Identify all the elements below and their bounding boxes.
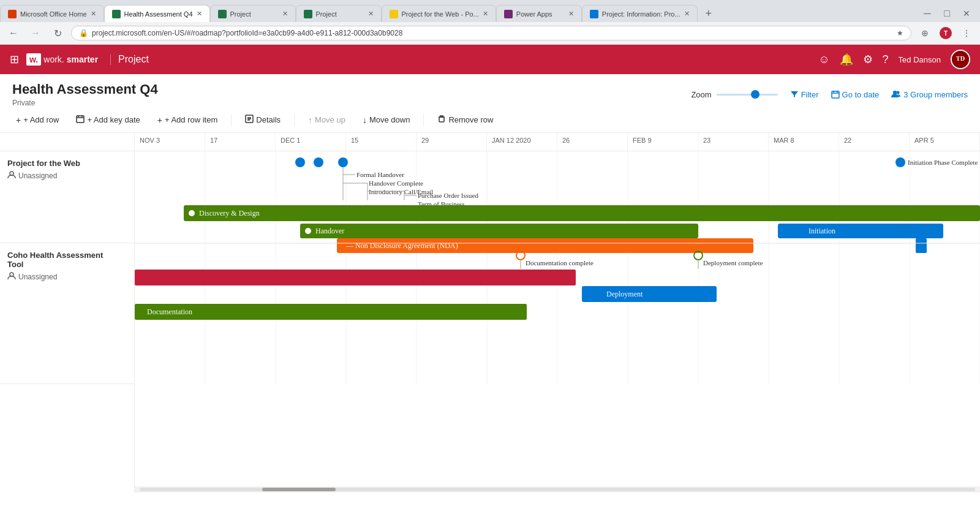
svg-text:TD: TD: [956, 55, 965, 62]
profile-button[interactable]: T: [937, 25, 954, 42]
minimize-button[interactable]: ─: [919, 5, 936, 22]
move-up-icon: ↑: [308, 115, 312, 125]
svg-text:Documentation: Documentation: [147, 308, 192, 316]
svg-text:Discovery & Design: Discovery & Design: [199, 209, 260, 217]
group-members[interactable]: 3 Group members: [891, 89, 968, 99]
close-window-button[interactable]: ✕: [958, 5, 975, 22]
svg-text:Purchase Order Issued: Purchase Order Issued: [418, 192, 478, 199]
settings-icon[interactable]: ⚙: [863, 53, 873, 66]
app-header: ⊞ w. work. smarter Project ☺ 🔔 ⚙ ? Ted D…: [0, 45, 980, 74]
svg-point-48: [189, 210, 195, 216]
add-row-icon: +: [16, 115, 21, 125]
horizontal-scrollbar[interactable]: [135, 486, 980, 493]
svg-point-18: [10, 273, 13, 276]
date-dec1: DEC 1: [276, 133, 346, 151]
tab-close-o365[interactable]: ✕: [91, 10, 96, 18]
address-bar-row: ← → ↻ 🔒 project.microsoft.com/en-US/#/ro…: [0, 22, 980, 44]
svg-rect-50: [300, 224, 698, 238]
svg-rect-70: [135, 304, 527, 320]
tab-close-project1[interactable]: ✕: [282, 10, 288, 18]
zoom-label: Zoom: [691, 90, 711, 99]
tab-close-ha[interactable]: ✕: [197, 10, 202, 18]
new-tab-button[interactable]: +: [698, 5, 720, 22]
svg-text:Handover Complete: Handover Complete: [369, 179, 423, 187]
refresh-button[interactable]: ↻: [49, 25, 66, 42]
tab-project1[interactable]: Project ✕: [210, 5, 296, 22]
zoom-control: Zoom: [691, 90, 777, 99]
date-17: 17: [205, 133, 276, 151]
svg-point-51: [305, 228, 311, 234]
filter-button[interactable]: Filter: [790, 90, 819, 99]
tab-excel[interactable]: Project ✕: [296, 5, 382, 22]
date-23: 23: [698, 133, 769, 151]
move-down-icon: ↓: [363, 115, 367, 125]
svg-text:Documentation complete: Documentation complete: [526, 259, 594, 266]
svg-text:— Non Disclosure Agreement (ND: — Non Disclosure Agreement (NDA): [345, 241, 458, 250]
tab-close-powerapps[interactable]: ✕: [568, 10, 574, 18]
details-button[interactable]: Details: [241, 112, 284, 127]
tab-close-powerbi[interactable]: ✕: [483, 10, 488, 18]
go-to-date-button[interactable]: Go to date: [831, 90, 880, 99]
date-nov3: NOV 3: [135, 133, 205, 151]
svg-text:Deployment complete: Deployment complete: [703, 259, 763, 266]
svg-point-34: [338, 157, 348, 167]
coho-name: Coho Health Assessment Tool: [7, 251, 118, 269]
extensions-button[interactable]: ⊕: [916, 25, 933, 42]
header-icons: ☺ 🔔 ⚙ ? Ted Danson TD: [818, 50, 970, 69]
tab-powerbi[interactable]: Project for the Web - Po... ✕: [382, 5, 496, 22]
help-icon[interactable]: ?: [883, 53, 889, 66]
svg-rect-16: [439, 117, 444, 122]
tab-powerapps[interactable]: Power Apps ✕: [496, 5, 582, 22]
remove-row-button[interactable]: Remove row: [434, 112, 497, 127]
details-icon: [245, 115, 254, 125]
tab-bar: Microsoft Office Home ✕ Health Assessmen…: [0, 0, 980, 22]
date-mar8: MAR 8: [769, 133, 839, 151]
user-name[interactable]: Ted Danson: [899, 55, 941, 64]
maximize-button[interactable]: □: [938, 5, 956, 22]
svg-rect-67: [135, 270, 576, 285]
scrollbar-thumb[interactable]: [262, 488, 336, 491]
zoom-slider[interactable]: [717, 94, 778, 96]
tab-o365[interactable]: Microsoft Office Home ✕: [0, 5, 104, 22]
date-feb9: FEB 9: [628, 133, 698, 151]
menu-button[interactable]: ⋮: [958, 25, 975, 42]
svg-rect-8: [77, 116, 84, 123]
svg-point-7: [897, 91, 900, 94]
address-bar[interactable]: 🔒 project.microsoft.com/en-US/#/roadmap?…: [71, 26, 911, 40]
logo-smarter: smarter: [67, 55, 98, 64]
back-button[interactable]: ←: [5, 25, 22, 42]
user-avatar[interactable]: TD: [951, 50, 970, 69]
date-22: 22: [839, 133, 910, 151]
tab-close-ms[interactable]: ✕: [684, 10, 690, 18]
date-26: 26: [557, 133, 628, 151]
smiley-icon[interactable]: ☺: [818, 53, 829, 66]
svg-text:Deployment: Deployment: [606, 290, 643, 298]
svg-text:Initiation: Initiation: [809, 227, 835, 235]
svg-rect-57: [916, 238, 927, 253]
add-row-button[interactable]: + + Add row: [12, 113, 62, 127]
app-name: Project: [110, 54, 149, 65]
waffle-menu[interactable]: ⊞: [10, 53, 19, 66]
move-down-button[interactable]: ↓ Move down: [359, 113, 413, 127]
forward-button[interactable]: →: [27, 25, 44, 42]
timeline-svg: Formal Handover Handover Complete Introd…: [135, 151, 980, 384]
bell-icon[interactable]: 🔔: [840, 53, 853, 66]
svg-rect-2: [832, 91, 839, 98]
move-up-button[interactable]: ↑ Move up: [304, 113, 349, 127]
svg-rect-53: [778, 224, 943, 238]
tab-ms[interactable]: Project: Information: Pro... ✕: [582, 5, 698, 22]
svg-rect-47: [184, 205, 980, 221]
coho-assignee: Unassigned: [7, 271, 127, 282]
tab-ha[interactable]: Health Assessment Q4 ✕: [104, 5, 210, 22]
svg-point-58: [895, 157, 905, 167]
svg-point-33: [314, 157, 323, 167]
page-subtitle: Private: [12, 99, 691, 107]
logo-w: w.: [26, 53, 41, 66]
svg-point-32: [295, 157, 305, 167]
add-row-item-button[interactable]: + + Add row item: [154, 113, 222, 127]
tab-close-excel[interactable]: ✕: [368, 10, 374, 18]
add-key-date-button[interactable]: + Add key date: [72, 112, 143, 127]
row-label-coho: Coho Health Assessment Tool Unassigned: [0, 243, 134, 384]
svg-text:Handover: Handover: [315, 227, 344, 235]
row-label-project-web: Project for the Web Unassigned: [0, 151, 134, 243]
